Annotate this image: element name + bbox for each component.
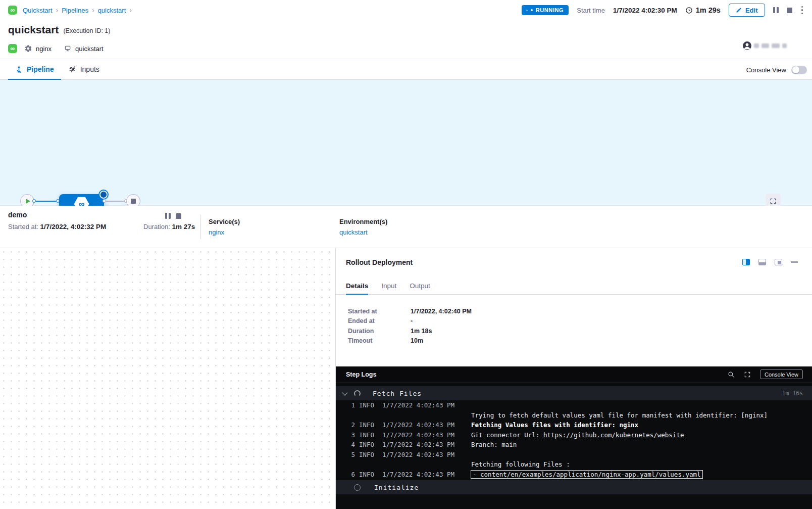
- console-view-toggle[interactable]: [791, 66, 807, 74]
- elapsed-time: 1m 29s: [685, 6, 721, 14]
- duration-label: Duration:: [143, 223, 170, 230]
- breadcrumb-link-project[interactable]: Quickstart: [23, 7, 53, 14]
- inputs-icon: [68, 65, 76, 73]
- stop-execution-button[interactable]: [787, 8, 792, 13]
- environment-link[interactable]: quickstart: [339, 228, 387, 236]
- harness-logo-icon: ∞: [8, 44, 17, 53]
- step-panel-title: Rollout Deployment: [346, 258, 413, 266]
- detail-row: Duration 1m 18s: [348, 326, 472, 336]
- tab-inputs[interactable]: Inputs: [61, 59, 107, 79]
- pencil-icon: [736, 7, 742, 13]
- log-section-initialize[interactable]: Initialize: [336, 480, 812, 494]
- service-tag[interactable]: nginx: [24, 44, 52, 53]
- git-connector-link[interactable]: https://github.com/kubernetes/website: [543, 431, 684, 439]
- detail-row: Ended at -: [348, 316, 472, 327]
- log-line: Trying to fetch default values yaml file…: [336, 410, 812, 421]
- view-tabs: Pipeline Inputs Console View: [0, 59, 812, 80]
- tab-input[interactable]: Input: [381, 277, 396, 294]
- start-time-label: Start time: [577, 7, 605, 14]
- log-lines: 1INFO1/7/2022 4:02:43 PM Trying to fetch…: [336, 400, 812, 479]
- layout-float-button[interactable]: [775, 259, 782, 265]
- step-panel-tabs: Details Input Output: [336, 277, 812, 295]
- page-title: quickstart: [8, 24, 59, 36]
- log-line: 4INFO1/7/2022 4:02:43 PMBranch: main: [336, 440, 812, 450]
- log-line: Fetching following Files :: [336, 459, 812, 470]
- pipeline-icon: [15, 66, 23, 73]
- execution-id: (Execution ID: 1): [63, 27, 110, 34]
- step-logs-bar: Step Logs Console View: [336, 366, 812, 383]
- play-icon: [26, 199, 30, 204]
- stage-name: demo: [8, 211, 27, 219]
- breadcrumb-link-pipelines[interactable]: Pipelines: [62, 7, 88, 14]
- environment-tag[interactable]: quickstart: [64, 44, 104, 53]
- detail-row: Started at 1/7/2022, 4:02:40 PM: [348, 306, 472, 316]
- chevron-right-icon: ›: [56, 6, 59, 14]
- console-view-label: Console View: [746, 66, 786, 74]
- step-details-panel: Rollout Deployment Details Input Output …: [335, 248, 812, 509]
- tab-pipeline[interactable]: Pipeline: [8, 59, 61, 79]
- step-logs-title: Step Logs: [346, 371, 376, 378]
- environments-label: Environment(s): [339, 218, 387, 225]
- running-dot-icon: [531, 9, 533, 11]
- stop-icon: [131, 199, 136, 204]
- log-line: 2INFO1/7/2022 4:02:43 PMFetching Values …: [336, 420, 812, 430]
- breadcrumb: ∞ Quickstart › Pipelines › quickstart ›: [8, 6, 132, 15]
- gear-icon: [24, 44, 32, 53]
- expand-logs-icon[interactable]: [744, 371, 751, 378]
- log-line: 3INFO1/7/2022 4:02:43 PM Git connector U…: [336, 430, 812, 440]
- chevron-right-icon: ›: [92, 6, 94, 14]
- pipeline-canvas[interactable]: ∞ demo + −: [0, 80, 812, 206]
- services-label: Service(s): [209, 218, 240, 225]
- start-time-value: 1/7/2022 4:02:30 PM: [613, 7, 677, 14]
- tab-output[interactable]: Output: [410, 277, 430, 294]
- duration-value: 1m 27s: [172, 223, 195, 230]
- account-info: [743, 41, 787, 50]
- chevron-right-icon: ›: [129, 6, 132, 14]
- log-section-fetch-files[interactable]: Fetch Files 1m 16s: [336, 386, 812, 400]
- top-header: ∞ Quickstart › Pipelines › quickstart › …: [0, 0, 812, 20]
- search-icon[interactable]: [728, 371, 735, 378]
- pause-stage-button[interactable]: [165, 213, 171, 219]
- log-line: 5INFO1/7/2022 4:02:43 PM: [336, 450, 812, 460]
- tab-details[interactable]: Details: [346, 277, 368, 294]
- breadcrumb-link-pipeline[interactable]: quickstart: [98, 7, 126, 14]
- step-details-table: Started at 1/7/2022, 4:02:40 PM Ended at…: [348, 306, 472, 346]
- log-console: Fetch Files 1m 16s 1INFO1/7/2022 4:02:43…: [336, 383, 812, 509]
- stage-details-bar: demo Started at: 1/7/2022, 4:02:32 PM Du…: [0, 206, 812, 248]
- running-dot-icon: [526, 10, 528, 11]
- clock-icon: [685, 7, 693, 14]
- more-options-button[interactable]: [800, 5, 804, 16]
- layout-right-button[interactable]: [742, 259, 750, 265]
- fullscreen-icon: [770, 198, 777, 205]
- status-badge: RUNNING: [522, 5, 569, 15]
- chevron-down-icon: [342, 390, 347, 395]
- pending-circle-icon: [354, 484, 361, 491]
- user-avatar-icon[interactable]: [743, 41, 751, 50]
- minimize-panel-button[interactable]: [791, 261, 798, 263]
- log-line: 1INFO1/7/2022 4:02:43 PM: [336, 400, 812, 410]
- harness-logo-icon: ∞: [8, 6, 17, 15]
- pause-execution-button[interactable]: [773, 7, 779, 13]
- environment-icon: [64, 44, 72, 53]
- detail-row: Timeout 10m: [348, 336, 472, 346]
- edit-button[interactable]: Edit: [729, 4, 765, 17]
- started-at-value: 1/7/2022, 4:02:32 PM: [40, 223, 107, 230]
- log-line: 6INFO1/7/2022 4:02:43 PM- content/en/exa…: [336, 470, 812, 480]
- layout-bottom-button[interactable]: [758, 259, 766, 265]
- execution-graph-canvas[interactable]: Service Infrastructure Resource Constrai…: [0, 248, 335, 509]
- running-spinner-icon: [100, 192, 107, 198]
- section-duration: 1m 16s: [782, 390, 812, 397]
- service-link[interactable]: nginx: [209, 228, 240, 236]
- console-view-button[interactable]: Console View: [760, 369, 803, 379]
- stop-stage-button[interactable]: [176, 213, 181, 219]
- started-at-label: Started at:: [8, 223, 38, 230]
- section-spinner-icon: [354, 390, 361, 397]
